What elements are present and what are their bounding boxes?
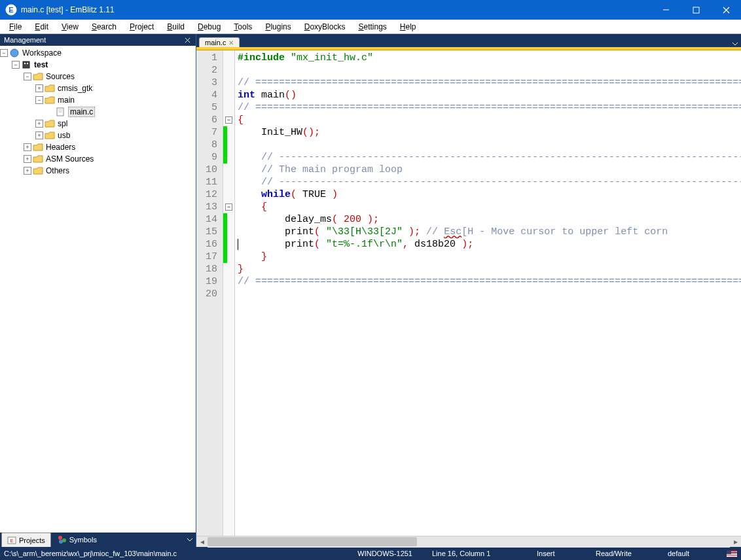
code-line[interactable] xyxy=(238,64,738,77)
editor-tab-main-c[interactable]: main.c ✕ xyxy=(199,37,240,47)
tree-expand-icon[interactable]: + xyxy=(24,167,31,175)
horizontal-scrollbar[interactable]: ◂ ▸ xyxy=(196,536,741,547)
tree-collapse-icon[interactable]: − xyxy=(24,73,31,80)
tree-label: main xyxy=(58,96,75,105)
app-icon: E xyxy=(5,4,17,16)
status-insert-mode: Insert xyxy=(537,550,576,557)
folder-open-icon xyxy=(45,96,55,105)
scroll-left-icon[interactable]: ◂ xyxy=(196,536,208,548)
menu-plugins[interactable]: Plugins xyxy=(259,21,297,33)
status-profile: default xyxy=(668,550,707,557)
code-line[interactable]: while( TRUE ) xyxy=(238,188,738,201)
fold-toggle-icon[interactable]: − xyxy=(225,116,232,124)
tree-label: spl xyxy=(58,119,67,128)
maximize-button[interactable] xyxy=(681,0,711,20)
code-line[interactable]: // The main program loop xyxy=(238,164,738,176)
fold-gutter[interactable]: −− xyxy=(223,50,235,536)
tree-project[interactable]: − test xyxy=(0,59,196,71)
tab-symbols[interactable]: Symbols xyxy=(52,533,102,547)
management-title: Management xyxy=(4,36,183,44)
tree-workspace[interactable]: − Workspace xyxy=(0,47,196,59)
tree-file-main-c[interactable]: main.c xyxy=(0,106,196,118)
symbols-tab-icon xyxy=(58,535,67,544)
tree-collapse-icon[interactable]: − xyxy=(12,61,20,69)
editor-tabs: main.c ✕ xyxy=(196,34,741,47)
code-line[interactable]: // -------------------------------------… xyxy=(238,176,738,188)
panel-tabs-chevron-icon[interactable] xyxy=(184,533,196,547)
status-readwrite: Read/Write xyxy=(596,550,648,557)
tree-spl-folder[interactable]: + spl xyxy=(0,118,196,130)
code-content[interactable]: #include "mx_init_hw.c"// ==============… xyxy=(235,50,741,536)
tree-sources-folder[interactable]: − Sources xyxy=(0,71,196,82)
code-line[interactable]: { xyxy=(238,201,738,213)
menu-settings[interactable]: Settings xyxy=(352,21,393,33)
tree-asm-folder[interactable]: + ASM Sources xyxy=(0,153,196,165)
tab-projects[interactable]: E Projects xyxy=(1,533,51,547)
code-line[interactable]: delay_ms( 200 ); xyxy=(238,213,738,226)
code-line[interactable]: // -------------------------------------… xyxy=(238,151,738,164)
svg-point-8 xyxy=(10,49,18,57)
folder-icon xyxy=(33,154,43,164)
code-editor[interactable]: 1234567891011121314151617181920 −− #incl… xyxy=(196,50,741,536)
tree-cmsis-folder[interactable]: + cmsis_gtk xyxy=(0,82,196,94)
scroll-thumb[interactable] xyxy=(208,537,417,546)
tree-label: Headers xyxy=(46,143,75,152)
scroll-right-icon[interactable]: ▸ xyxy=(730,536,741,548)
tree-expand-icon[interactable]: + xyxy=(35,131,43,139)
menu-file[interactable]: File xyxy=(3,21,28,33)
svg-text:E: E xyxy=(9,6,13,14)
tree-expand-icon[interactable]: + xyxy=(35,120,43,128)
code-line[interactable]: #include "mx_init_hw.c" xyxy=(238,52,738,64)
menu-doxyblocks[interactable]: DoxyBlocks xyxy=(298,21,352,33)
code-line[interactable]: // =====================================… xyxy=(238,275,738,288)
tree-main-folder[interactable]: − main xyxy=(0,94,196,106)
code-line[interactable] xyxy=(238,139,738,151)
code-line[interactable]: Init_HW(); xyxy=(238,126,738,139)
tree-expand-icon[interactable]: + xyxy=(24,143,31,151)
close-button[interactable] xyxy=(711,0,741,20)
svg-rect-11 xyxy=(27,63,28,64)
tree-others-folder[interactable]: + Others xyxy=(0,165,196,177)
menu-help[interactable]: Help xyxy=(393,21,423,33)
code-line[interactable]: { xyxy=(238,114,738,126)
tree-collapse-icon[interactable]: − xyxy=(0,49,8,57)
editor-tabs-chevron-icon[interactable] xyxy=(729,41,741,47)
project-tree[interactable]: − Workspace − test − xyxy=(0,46,196,533)
code-line[interactable]: int main() xyxy=(238,89,738,101)
tree-expand-icon[interactable]: + xyxy=(35,84,43,92)
svg-point-17 xyxy=(58,536,62,540)
tree-expand-icon[interactable]: + xyxy=(24,155,31,163)
menu-view[interactable]: View xyxy=(55,21,85,33)
code-line[interactable]: print( "\33[H\33[2J" ); // Esc[H - Move … xyxy=(238,226,738,238)
menu-search[interactable]: Search xyxy=(85,21,123,33)
fold-toggle-icon[interactable]: − xyxy=(225,203,232,211)
folder-icon xyxy=(45,84,55,93)
tree-collapse-icon[interactable]: − xyxy=(35,96,43,104)
menu-project[interactable]: Project xyxy=(123,21,160,33)
menu-debug[interactable]: Debug xyxy=(191,21,227,33)
code-line[interactable]: } xyxy=(238,251,738,263)
code-line[interactable]: } xyxy=(238,263,738,275)
code-line[interactable]: // =====================================… xyxy=(238,77,738,89)
window-title: main.c [test] - EmBlitz 1.11 xyxy=(21,5,651,14)
folder-open-icon xyxy=(33,72,43,81)
code-line[interactable] xyxy=(238,288,738,300)
scroll-track[interactable] xyxy=(208,536,730,548)
tab-close-icon[interactable]: ✕ xyxy=(228,39,234,46)
tree-headers-folder[interactable]: + Headers xyxy=(0,141,196,153)
language-flag-icon[interactable] xyxy=(727,550,737,557)
change-marker xyxy=(223,226,227,238)
tree-usb-folder[interactable]: + usb xyxy=(0,130,196,141)
minimize-button[interactable] xyxy=(651,0,681,20)
code-line[interactable]: // =====================================… xyxy=(238,101,738,114)
change-marker xyxy=(223,213,227,226)
code-line[interactable]: print( "t=%-.1f\r\n", ds18b20 ); xyxy=(238,238,738,251)
line-number-gutter: 1234567891011121314151617181920 xyxy=(196,50,223,536)
text-caret xyxy=(238,239,238,250)
menu-tools[interactable]: Tools xyxy=(227,21,259,33)
folder-icon xyxy=(33,166,43,175)
menu-build[interactable]: Build xyxy=(160,21,191,33)
panel-close-icon[interactable] xyxy=(183,35,192,44)
menu-edit[interactable]: Edit xyxy=(28,21,55,33)
tree-label: usb xyxy=(58,131,70,140)
